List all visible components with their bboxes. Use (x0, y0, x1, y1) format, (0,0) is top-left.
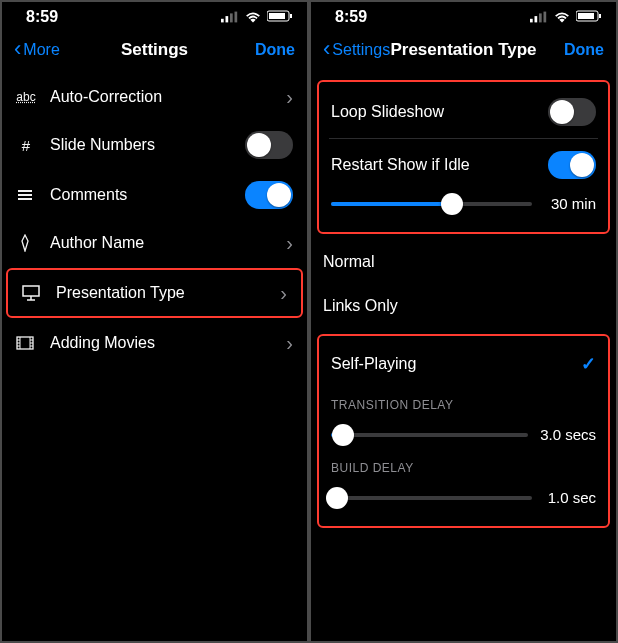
row-loop-slideshow[interactable]: Loop Slideshow (329, 90, 598, 134)
type-links-only[interactable]: Links Only (311, 284, 616, 328)
battery-icon (267, 10, 293, 25)
row-label: Author Name (50, 234, 272, 252)
signal-icon (530, 8, 548, 26)
comments-toggle[interactable] (245, 181, 293, 209)
row-label: Adding Movies (50, 334, 272, 352)
row-label: Slide Numbers (50, 136, 231, 154)
svg-rect-28 (599, 14, 601, 18)
row-restart-idle[interactable]: Restart Show if Idle (329, 143, 598, 187)
svg-rect-0 (221, 19, 224, 23)
row-label: Links Only (323, 297, 604, 315)
svg-rect-27 (578, 13, 594, 19)
type-self-playing[interactable]: Self-Playing ✓ (329, 344, 598, 388)
chevron-right-icon: › (286, 87, 293, 107)
chevron-right-icon: › (280, 283, 287, 303)
chevron-left-icon: ‹ (14, 38, 21, 60)
transition-delay-slider[interactable] (331, 433, 528, 437)
presentation-type-screen: 8:59 ‹ Settings Presentation Type Done L… (311, 2, 616, 641)
build-delay-slider[interactable] (331, 496, 532, 500)
done-button[interactable]: Done (255, 41, 295, 59)
row-auto-correction[interactable]: abc Auto-Correction › (2, 74, 307, 120)
restart-delay-slider-row: 30 min (329, 187, 598, 220)
row-label: Presentation Type (56, 284, 266, 302)
status-indicators (221, 8, 293, 26)
type-normal[interactable]: Normal (311, 240, 616, 284)
build-delay-slider-row: 1.0 sec (329, 481, 598, 514)
row-label: Normal (323, 253, 604, 271)
svg-rect-24 (539, 13, 542, 22)
transition-delay-slider-row: 3.0 secs (329, 418, 598, 451)
back-label: More (23, 41, 59, 59)
row-adding-movies[interactable]: Adding Movies › (2, 320, 307, 366)
chevron-right-icon: › (286, 333, 293, 353)
status-bar: 8:59 (311, 2, 616, 30)
back-button[interactable]: ‹ More (14, 40, 60, 60)
restart-idle-toggle[interactable] (548, 151, 596, 179)
slide-numbers-toggle[interactable] (245, 131, 293, 159)
clock: 8:59 (26, 8, 58, 26)
restart-delay-value: 30 min (544, 195, 596, 212)
row-author-name[interactable]: Author Name › (2, 220, 307, 266)
transition-delay-label: TRANSITION DELAY (329, 388, 598, 418)
signal-icon (221, 8, 239, 26)
chevron-left-icon: ‹ (323, 38, 330, 60)
chevron-right-icon: › (286, 233, 293, 253)
film-icon (16, 334, 36, 352)
clock: 8:59 (335, 8, 367, 26)
svg-rect-10 (23, 286, 39, 296)
highlight-presentation-type: Presentation Type › (6, 268, 303, 318)
hash-icon: # (16, 137, 36, 154)
row-slide-numbers[interactable]: # Slide Numbers (2, 120, 307, 170)
row-comments[interactable]: Comments (2, 170, 307, 220)
settings-screen: 8:59 ‹ More Settings Done abc Auto-Corre… (2, 2, 307, 641)
status-bar: 8:59 (2, 2, 307, 30)
abc-icon: abc (16, 90, 36, 104)
build-delay-label: BUILD DELAY (329, 451, 598, 481)
svg-rect-25 (544, 12, 547, 23)
presentation-icon (22, 284, 42, 302)
svg-rect-3 (235, 12, 238, 23)
nav-bar: ‹ More Settings Done (2, 30, 307, 74)
row-label: Self-Playing (331, 355, 581, 373)
restart-delay-slider[interactable] (331, 202, 532, 206)
row-label: Loop Slideshow (331, 103, 548, 121)
svg-rect-5 (269, 13, 285, 19)
svg-rect-2 (230, 13, 233, 22)
wifi-icon (553, 8, 571, 26)
checkmark-icon: ✓ (581, 353, 596, 375)
back-label: Settings (332, 41, 390, 59)
row-label: Restart Show if Idle (331, 156, 548, 174)
pen-icon (16, 234, 36, 252)
row-label: Comments (50, 186, 231, 204)
transition-delay-value: 3.0 secs (540, 426, 596, 443)
highlight-self-playing: Self-Playing ✓ TRANSITION DELAY 3.0 secs… (317, 334, 610, 528)
nav-bar: ‹ Settings Presentation Type Done (311, 30, 616, 74)
settings-list: abc Auto-Correction › # Slide Numbers Co… (2, 74, 307, 366)
status-indicators (530, 8, 602, 26)
row-label: Auto-Correction (50, 88, 272, 106)
build-delay-value: 1.0 sec (544, 489, 596, 506)
done-button[interactable]: Done (564, 41, 604, 59)
svg-rect-23 (535, 16, 538, 22)
row-presentation-type[interactable]: Presentation Type › (8, 270, 301, 316)
wifi-icon (244, 8, 262, 26)
back-button[interactable]: ‹ Settings (323, 40, 390, 60)
svg-rect-22 (530, 19, 533, 23)
svg-rect-6 (290, 14, 292, 18)
loop-toggle[interactable] (548, 98, 596, 126)
svg-rect-1 (226, 16, 229, 22)
highlight-loop-restart: Loop Slideshow Restart Show if Idle 30 m… (317, 80, 610, 234)
comments-icon (16, 186, 36, 204)
battery-icon (576, 10, 602, 25)
